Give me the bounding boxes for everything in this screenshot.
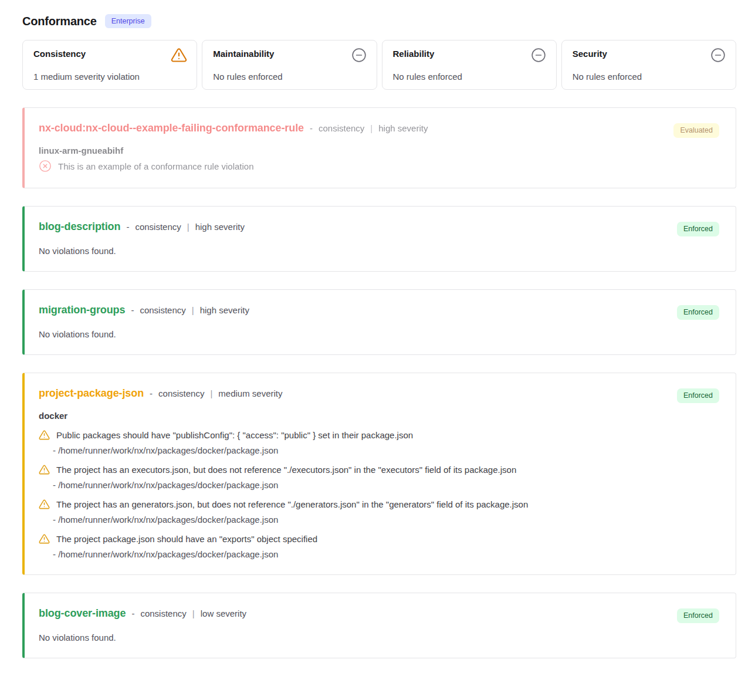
conformance-page: Conformance Enterprise Consistency 1 med…: [0, 0, 755, 658]
violation-row: This is an example of a conformance rule…: [39, 160, 719, 173]
violation-item: The project has an executors.json, but d…: [39, 464, 719, 490]
page-title: Conformance: [22, 15, 97, 28]
summary-card-consistency: Consistency 1 medium severity violation: [22, 40, 197, 90]
status-badge: Enforced: [677, 305, 719, 319]
minus-circle-icon: [351, 47, 367, 63]
warning-triangle-icon: [39, 499, 50, 510]
summary-card-title: Consistency: [33, 49, 186, 59]
page-header: Conformance Enterprise: [22, 14, 736, 28]
rule-card-blog-cover-image: blog-cover-image - consistency | low sev…: [22, 593, 736, 658]
summary-card-reliability: Reliability No rules enforced: [382, 40, 557, 90]
summary-card-status: No rules enforced: [213, 72, 282, 82]
violation-path: - /home/runner/work/nx/nx/packages/docke…: [53, 515, 719, 525]
meta-pipe: |: [210, 388, 212, 398]
enterprise-badge: Enterprise: [105, 14, 151, 28]
rule-card-example-failing-conformance-rule: nx-cloud:nx-cloud--example-failing-confo…: [22, 107, 736, 188]
summary-card-status: 1 medium severity violation: [33, 72, 140, 82]
violation-item: The project package.json should have an …: [39, 533, 719, 559]
warning-triangle-icon: [39, 533, 50, 545]
meta-pipe: |: [192, 608, 195, 618]
violation-path: - /home/runner/work/nx/nx/packages/docke…: [53, 480, 719, 490]
meta-dash: -: [150, 388, 153, 398]
warning-triangle-icon: [39, 430, 50, 441]
project-name: docker: [39, 411, 719, 421]
meta-dash: -: [131, 305, 134, 315]
summary-card-maintainability: Maintainability No rules enforced: [202, 40, 377, 90]
violation-item: The project has an generators.json, but …: [39, 499, 719, 525]
minus-circle-icon: [710, 47, 726, 63]
project-name: linux-arm-gnueabihf: [39, 146, 719, 155]
meta-dash: -: [131, 608, 134, 618]
summary-card-grid: Consistency 1 medium severity violation …: [22, 40, 736, 90]
no-violations-text: No violations found.: [39, 633, 719, 642]
rule-category: consistency: [140, 305, 185, 315]
rule-category: consistency: [140, 608, 186, 618]
violation-path: - /home/runner/work/nx/nx/packages/docke…: [53, 445, 719, 455]
status-badge: Enforced: [677, 388, 719, 403]
no-violations-text: No violations found.: [39, 246, 719, 256]
rule-name-link[interactable]: blog-cover-image: [39, 607, 126, 620]
violation-message: The project has an executors.json, but d…: [56, 465, 516, 475]
rule-name-link[interactable]: project-package-json: [39, 387, 144, 400]
violation-message: This is an example of a conformance rule…: [58, 161, 254, 171]
meta-dash: -: [126, 222, 129, 232]
rule-card-blog-description: blog-description - consistency | high se…: [22, 206, 736, 272]
meta-pipe: |: [370, 123, 373, 133]
rule-severity: high severity: [378, 123, 428, 133]
rule-name-link[interactable]: migration-groups: [39, 304, 125, 316]
status-badge: Evaluated: [673, 123, 719, 137]
violation-message: The project package.json should have an …: [56, 534, 317, 544]
rule-header: blog-description - consistency | high se…: [39, 221, 719, 233]
warning-triangle-icon: [171, 47, 187, 63]
rule-severity: high severity: [195, 222, 245, 232]
violation-message: Public packages should have "publishConf…: [56, 430, 413, 440]
rule-name-link[interactable]: nx-cloud:nx-cloud--example-failing-confo…: [39, 122, 304, 134]
rule-header: migration-groups - consistency | high se…: [39, 304, 719, 316]
status-badge: Enforced: [677, 222, 719, 236]
rule-header: blog-cover-image - consistency | low sev…: [39, 607, 719, 620]
summary-card-security: Security No rules enforced: [561, 40, 736, 90]
no-violations-text: No violations found.: [39, 329, 719, 339]
summary-card-status: No rules enforced: [393, 72, 462, 82]
meta-pipe: |: [187, 222, 189, 232]
rule-severity: high severity: [200, 305, 249, 315]
warning-triangle-icon: [39, 464, 50, 475]
status-badge: Enforced: [677, 608, 719, 623]
violation-item: Public packages should have "publishConf…: [39, 430, 719, 455]
summary-card-title: Security: [573, 49, 725, 59]
rule-header: nx-cloud:nx-cloud--example-failing-confo…: [39, 122, 719, 134]
violation-path: - /home/runner/work/nx/nx/packages/docke…: [53, 549, 719, 559]
minus-circle-icon: [530, 47, 547, 63]
meta-dash: -: [310, 123, 313, 133]
rule-card-project-package-json: project-package-json - consistency | med…: [22, 373, 736, 575]
summary-card-status: No rules enforced: [573, 72, 642, 82]
rule-category: consistency: [319, 123, 364, 133]
rule-header: project-package-json - consistency | med…: [39, 387, 719, 400]
x-circle-icon: [39, 160, 52, 173]
meta-pipe: |: [192, 305, 194, 315]
rule-severity: low severity: [201, 608, 246, 618]
rule-category: consistency: [135, 222, 181, 232]
summary-card-title: Maintainability: [213, 49, 365, 59]
rule-category: consistency: [158, 388, 204, 398]
rule-name-link[interactable]: blog-description: [39, 221, 120, 233]
violation-message: The project has an generators.json, but …: [56, 499, 528, 509]
summary-card-title: Reliability: [393, 49, 546, 59]
rule-card-migration-groups: migration-groups - consistency | high se…: [22, 289, 736, 355]
rule-severity: medium severity: [218, 388, 282, 398]
